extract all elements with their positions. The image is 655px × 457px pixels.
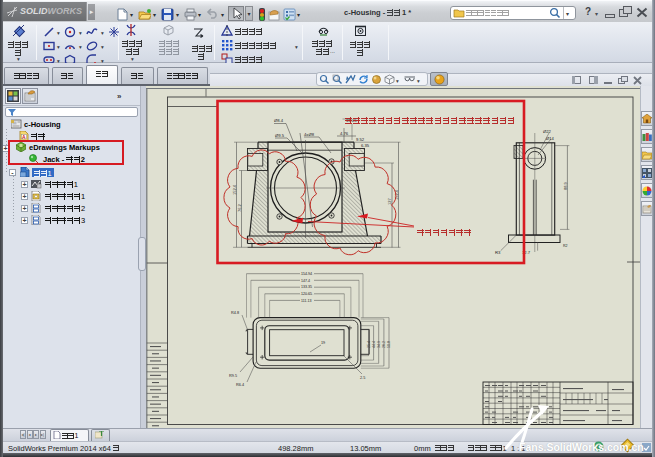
svg-text:2.5: 2.5 — [360, 376, 365, 380]
svg-text:111.13: 111.13 — [301, 299, 311, 303]
svg-text:R9.5: R9.5 — [229, 374, 237, 378]
svg-text:A: A — [22, 133, 26, 139]
svg-text:Ø22: Ø22 — [543, 129, 552, 134]
svg-text:120.65: 120.65 — [301, 292, 312, 296]
svg-text:154.94: 154.94 — [301, 272, 312, 276]
svg-text:R3: R3 — [495, 250, 501, 255]
svg-text:44.4: 44.4 — [372, 341, 376, 348]
svg-text:4xØ8: 4xØ8 — [304, 132, 315, 137]
svg-text:R6.4: R6.4 — [236, 383, 244, 387]
svg-text:26.2: 26.2 — [382, 341, 386, 348]
svg-text:9.52: 9.52 — [356, 137, 365, 142]
svg-text:4.76: 4.76 — [340, 131, 349, 136]
svg-text:19: 19 — [321, 341, 325, 345]
svg-text:76.2: 76.2 — [237, 203, 242, 212]
svg-text:R2: R2 — [563, 244, 568, 248]
svg-text:127: 127 — [387, 198, 392, 205]
svg-text:152.4: 152.4 — [232, 184, 237, 195]
svg-text:133.35: 133.35 — [301, 285, 312, 289]
svg-text:88.9: 88.9 — [563, 181, 568, 190]
svg-text:50.8: 50.8 — [387, 341, 391, 348]
svg-text:Ø9.5: Ø9.5 — [275, 133, 285, 138]
svg-text:R4.8: R4.8 — [231, 311, 239, 315]
svg-text:Ø8.4: Ø8.4 — [274, 118, 284, 123]
svg-text:Ø14: Ø14 — [546, 136, 555, 141]
svg-text:34.9: 34.9 — [377, 341, 381, 348]
svg-text:6.35: 6.35 — [361, 143, 370, 148]
svg-text:147.4: 147.4 — [301, 279, 310, 283]
svg-text:25.4: 25.4 — [367, 341, 371, 348]
